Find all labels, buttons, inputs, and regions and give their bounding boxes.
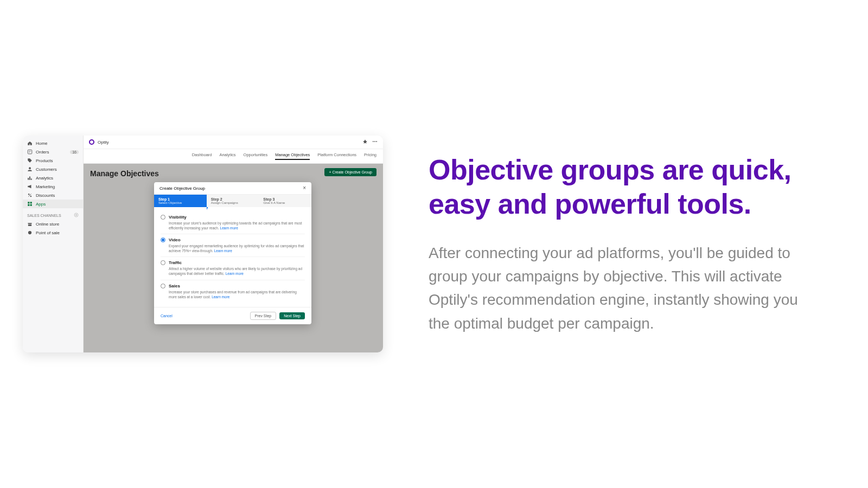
channel-online-store[interactable]: Online store xyxy=(23,220,83,228)
brand-name: Optily xyxy=(98,140,108,145)
modal-header: Create Objective Group × xyxy=(154,182,311,195)
step-1[interactable]: Step 1 Select Objective xyxy=(154,195,207,207)
app-topbar: Optily xyxy=(84,136,383,149)
svg-point-14 xyxy=(373,141,374,142)
modal-footer: Cancel Prev Step Next Step xyxy=(154,307,311,324)
more-icon[interactable] xyxy=(372,139,378,145)
step-3[interactable]: Step 3 Give It A Name xyxy=(259,195,311,207)
sidebar-item-orders[interactable]: Orders 16 xyxy=(23,147,83,156)
radio-selected-icon[interactable] xyxy=(161,237,165,242)
sidebar-item-marketing[interactable]: Marketing xyxy=(23,182,83,191)
tab-platform-connections[interactable]: Platform Connections xyxy=(317,152,356,160)
sidebar-item-customers[interactable]: Customers xyxy=(23,165,83,174)
radio-icon[interactable] xyxy=(161,284,165,288)
svg-point-13 xyxy=(28,231,31,234)
objective-options: Visibility Increase your store's audienc… xyxy=(154,207,311,307)
tab-pricing[interactable]: Pricing xyxy=(364,152,376,160)
headline: Objective groups are quick, easy and pow… xyxy=(429,153,803,222)
sidebar-label: Apps xyxy=(36,202,46,207)
svg-rect-9 xyxy=(30,202,32,203)
sidebar-item-home[interactable]: Home xyxy=(23,139,83,147)
percent-icon xyxy=(27,192,33,198)
radio-icon[interactable] xyxy=(161,260,165,265)
svg-rect-4 xyxy=(31,178,32,180)
close-icon[interactable]: × xyxy=(303,185,306,191)
svg-rect-10 xyxy=(28,204,29,206)
pin-icon[interactable] xyxy=(362,139,368,145)
modal-stepper: Step 1 Select Objective Step 2 Assign Ca… xyxy=(154,195,311,207)
tab-analytics[interactable]: Analytics xyxy=(220,152,236,160)
sidebar-item-analytics[interactable]: Analytics xyxy=(23,174,83,182)
modal-title: Create Objective Group xyxy=(159,186,205,191)
learn-more-link[interactable]: Learn more xyxy=(226,272,244,275)
tab-manage-objectives[interactable]: Manage Objectives xyxy=(275,152,310,160)
svg-rect-3 xyxy=(29,177,30,180)
store-icon xyxy=(27,221,33,227)
option-visibility[interactable]: Visibility Increase your store's audienc… xyxy=(161,211,305,234)
body-text: After connecting your ad platforms, you'… xyxy=(429,241,803,336)
channel-label: Online store xyxy=(36,222,59,227)
sales-channels-header: SALES CHANNELS xyxy=(23,208,83,220)
sidebar-label: Discounts xyxy=(36,193,55,198)
learn-more-link[interactable]: Learn more xyxy=(212,295,229,299)
create-objective-modal: Create Objective Group × Step 1 Select O… xyxy=(154,182,311,324)
learn-more-link[interactable]: Learn more xyxy=(214,249,232,253)
option-sales[interactable]: Sales Increase your store purchases and … xyxy=(161,280,305,303)
admin-sidebar: Home Orders 16 Products Customers xyxy=(23,136,84,352)
sidebar-label: Orders xyxy=(36,150,49,155)
svg-rect-11 xyxy=(30,204,32,206)
svg-point-1 xyxy=(29,167,31,169)
channel-pos[interactable]: Point of sale xyxy=(23,228,83,237)
next-step-button[interactable]: Next Step xyxy=(279,312,305,319)
cancel-button[interactable]: Cancel xyxy=(161,314,173,318)
megaphone-icon xyxy=(27,184,33,189)
sidebar-item-discounts[interactable]: Discounts xyxy=(23,191,83,200)
orders-icon xyxy=(27,149,33,155)
svg-rect-2 xyxy=(28,178,29,180)
step-2[interactable]: Step 2 Assign Campaigns xyxy=(207,195,259,207)
sidebar-label: Products xyxy=(36,158,53,163)
tag-icon xyxy=(27,158,33,163)
svg-point-15 xyxy=(374,141,375,142)
sidebar-label: Home xyxy=(36,141,47,146)
add-channel-icon[interactable] xyxy=(74,213,79,219)
prev-step-button[interactable]: Prev Step xyxy=(250,312,277,320)
tab-dashboard[interactable]: Dashboard xyxy=(192,152,212,160)
sidebar-item-apps[interactable]: Apps xyxy=(23,200,83,208)
circle-icon xyxy=(27,230,33,235)
page-area: Manage Objectives + Create Objective Gro… xyxy=(84,164,383,352)
app-tabs: Dashboard Analytics Opportunities Manage… xyxy=(84,149,383,164)
channel-label: Point of sale xyxy=(36,230,60,235)
option-video[interactable]: Video Expand your engaged remarketing au… xyxy=(161,234,305,257)
marketing-copy: Objective groups are quick, easy and pow… xyxy=(401,153,868,335)
svg-rect-8 xyxy=(28,202,29,203)
svg-point-16 xyxy=(376,141,377,142)
grid-icon xyxy=(27,201,33,207)
sidebar-item-products[interactable]: Products xyxy=(23,156,83,165)
app-window: Home Orders 16 Products Customers xyxy=(23,136,383,352)
svg-point-5 xyxy=(28,194,30,195)
option-traffic[interactable]: Traffic Attract a higher volume of websi… xyxy=(161,257,305,280)
tab-opportunities[interactable]: Opportunities xyxy=(244,152,268,160)
radio-icon[interactable] xyxy=(161,215,165,220)
home-icon xyxy=(27,140,33,146)
sidebar-label: Customers xyxy=(36,167,57,172)
brand-logo-icon xyxy=(89,139,94,145)
svg-point-6 xyxy=(30,196,32,197)
person-icon xyxy=(27,166,33,172)
svg-rect-0 xyxy=(28,150,32,154)
sidebar-label: Analytics xyxy=(36,176,53,181)
bars-icon xyxy=(27,175,33,181)
app-main: Optily Dashboard Analytics Opportunities… xyxy=(84,136,383,352)
learn-more-link[interactable]: Learn more xyxy=(220,226,238,230)
sidebar-label: Marketing xyxy=(36,184,55,189)
orders-badge: 16 xyxy=(70,150,79,154)
create-objective-group-button[interactable]: + Create Objective Group xyxy=(324,168,376,176)
